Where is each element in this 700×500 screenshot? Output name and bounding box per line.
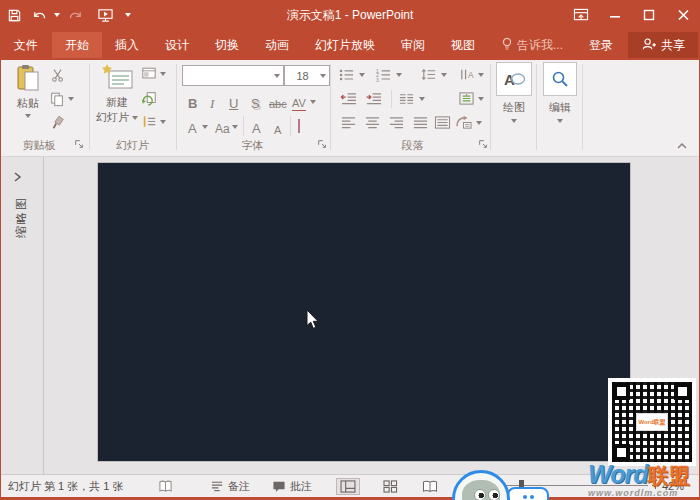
undo-dropdown-icon[interactable]	[54, 13, 60, 17]
bold-button[interactable]: B	[188, 93, 197, 110]
reading-view-button[interactable]	[418, 478, 442, 495]
tab-view[interactable]: 视图	[438, 30, 488, 60]
italic-button[interactable]: I	[210, 93, 214, 110]
bullets-button[interactable]	[338, 67, 365, 82]
slide-sorter-view-button[interactable]	[378, 478, 402, 495]
tab-design[interactable]: 设计	[152, 30, 202, 60]
numbering-button[interactable]: 123	[375, 67, 402, 82]
paragraph-dialog-launcher-icon[interactable]	[478, 139, 489, 150]
start-slideshow-icon[interactable]	[97, 7, 114, 24]
tab-insert[interactable]: 插入	[102, 30, 152, 60]
font-color-button[interactable]: A	[188, 118, 197, 135]
svg-text:3: 3	[376, 77, 379, 82]
character-spacing-dropdown-icon[interactable]	[310, 100, 316, 104]
line-spacing-dropdown-icon	[441, 73, 447, 77]
copy-dropdown-icon	[68, 97, 74, 101]
close-button[interactable]	[666, 0, 700, 30]
mascot-face-icon	[462, 480, 500, 500]
thumbnail-pane-collapsed[interactable]: 缩略图	[0, 157, 44, 474]
slide-counter: 幻灯片 第 1 张，共 1 张	[8, 475, 124, 497]
change-case-dropdown-icon[interactable]	[232, 125, 238, 129]
redo-icon	[67, 7, 84, 24]
drawing-group-button[interactable]: A 绘图	[494, 62, 534, 123]
align-center-button[interactable]	[364, 115, 381, 130]
font-dialog-launcher-icon[interactable]	[317, 139, 328, 150]
cut-button[interactable]	[50, 67, 66, 83]
share-button[interactable]: 共享	[628, 32, 698, 58]
format-painter-button[interactable]	[50, 114, 66, 130]
tellme-box[interactable]: 告诉我...	[488, 30, 576, 60]
shrink-font-letter: A	[274, 124, 281, 137]
clear-formatting-button[interactable]	[298, 120, 300, 132]
editing-dropdown-icon	[557, 119, 563, 123]
slides-group-label: 幻灯片	[95, 138, 170, 152]
clipboard-dialog-launcher-icon[interactable]	[74, 139, 85, 150]
notes-icon	[210, 480, 224, 492]
notes-label: 备注	[228, 479, 250, 494]
maximize-button[interactable]	[632, 0, 666, 30]
expand-pane-chevron-icon[interactable]	[13, 169, 22, 187]
align-left-button[interactable]	[340, 115, 357, 130]
tab-file[interactable]: 文件	[1, 30, 51, 60]
comments-button[interactable]: 批注	[272, 475, 312, 497]
convert-smartart-button[interactable]	[455, 115, 482, 130]
mouse-cursor	[306, 310, 321, 335]
paragraph-group-label: 段落	[375, 138, 450, 152]
text-shadow-button[interactable]: S	[251, 93, 260, 110]
paste-button[interactable]: 粘贴	[8, 64, 48, 118]
collapse-ribbon-icon[interactable]	[676, 140, 688, 152]
shrink-font-button[interactable]: A	[274, 120, 281, 137]
tab-review[interactable]: 审阅	[388, 30, 438, 60]
tab-home[interactable]: 开始	[52, 32, 102, 58]
sign-in-button[interactable]: 登录	[576, 30, 626, 60]
new-slide-button[interactable]: 新建 幻灯片	[95, 64, 139, 125]
tab-transitions[interactable]: 切换	[202, 30, 252, 60]
section-button[interactable]	[141, 114, 166, 129]
layout-button[interactable]	[141, 66, 166, 81]
strikethrough-button[interactable]: abc	[269, 94, 287, 111]
layout-dropdown-icon	[160, 72, 166, 76]
normal-view-button[interactable]	[336, 478, 360, 495]
font-color-dropdown-icon[interactable]	[202, 125, 208, 129]
person-add-icon	[641, 37, 656, 54]
font-name-combo[interactable]	[182, 65, 284, 86]
columns-button[interactable]	[398, 91, 425, 106]
save-icon[interactable]	[6, 7, 23, 24]
window-border-left	[0, 0, 1, 500]
font-size-value: 18	[285, 70, 320, 82]
undo-icon[interactable]	[30, 7, 47, 24]
customize-qat-icon[interactable]	[125, 13, 131, 17]
grow-font-button[interactable]: A	[252, 118, 261, 135]
align-text-button[interactable]	[458, 91, 484, 106]
bullets-dropdown-icon	[359, 73, 365, 77]
ribbon: 粘贴 剪贴板 新建 幻灯片	[0, 60, 700, 157]
underline-button[interactable]: U	[229, 93, 238, 110]
new-slide-label-1: 新建	[106, 95, 128, 110]
thumbnail-pane-label: 缩略图	[13, 196, 30, 238]
eraser-icon	[298, 119, 300, 133]
reset-slide-button[interactable]	[141, 90, 157, 106]
notes-button[interactable]: 备注	[210, 475, 250, 497]
minimize-button[interactable]	[598, 0, 632, 30]
justify-button[interactable]	[412, 115, 429, 130]
copy-button[interactable]	[49, 91, 74, 107]
decrease-indent-button[interactable]	[340, 91, 358, 106]
distribute-text-button[interactable]	[434, 115, 451, 130]
editing-group-button[interactable]: 编辑	[540, 62, 580, 123]
increase-indent-button[interactable]	[365, 91, 383, 106]
tab-slideshow[interactable]: 幻灯片放映	[302, 30, 388, 60]
character-spacing-button[interactable]: AV	[292, 93, 306, 111]
text-direction-button[interactable]: A	[458, 67, 484, 82]
change-case-button[interactable]: Aa	[215, 119, 230, 136]
comments-label: 批注	[290, 479, 312, 494]
watermark-brand-cn: 联盟	[647, 464, 689, 487]
tab-animations[interactable]: 动画	[252, 30, 302, 60]
ribbon-display-options-icon[interactable]	[564, 0, 598, 30]
convert-smartart-dropdown-icon	[476, 121, 482, 125]
spell-check-icon[interactable]	[158, 475, 173, 497]
align-right-button[interactable]	[388, 115, 405, 130]
font-size-combo[interactable]: 18	[284, 65, 330, 86]
ribbon-tab-bar: 文件 开始 插入 设计 切换 动画 幻灯片放映 审阅 视图 告诉我... 登录 …	[0, 30, 700, 60]
slide-canvas[interactable]	[97, 162, 631, 462]
line-spacing-button[interactable]	[420, 67, 447, 82]
